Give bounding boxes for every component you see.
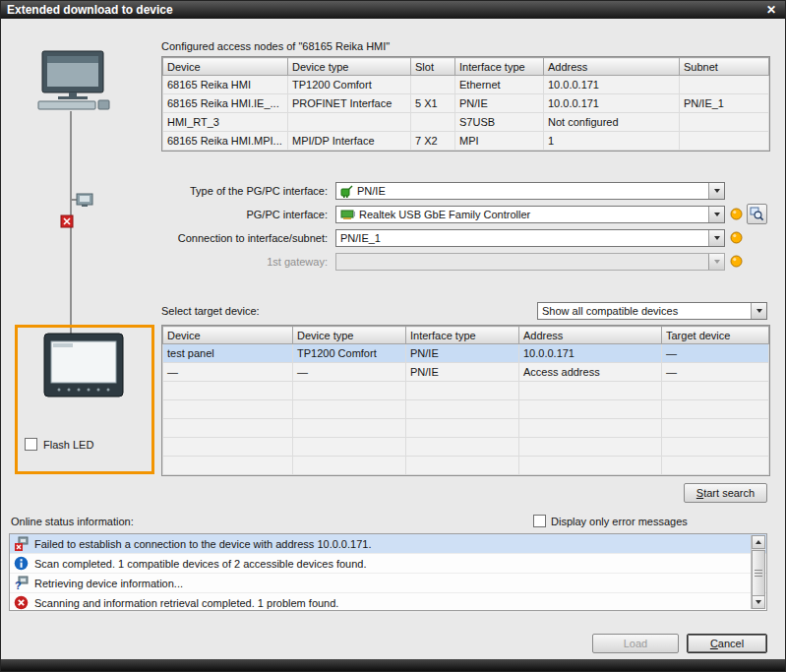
amber-flash-icon [730, 208, 743, 220]
col-header: Address [519, 327, 662, 344]
col-header: Subnet [680, 58, 769, 76]
col-header: Interface type [406, 327, 519, 344]
title-bar: Extended download to device ✕ [1, 1, 785, 19]
grid-cell: — [662, 363, 769, 382]
network-adapter-icon [340, 210, 355, 220]
table-row[interactable] [163, 457, 769, 475]
chevron-down-icon [708, 254, 724, 270]
start-search-button[interactable]: Start search [684, 483, 767, 503]
pgpc-interface-label: PG/PC interface: [246, 209, 328, 220]
type-interface-label: Type of the PG/PC interface: [190, 185, 328, 197]
chevron-down-icon[interactable] [708, 183, 724, 199]
hmi-device-icon [43, 333, 124, 401]
grid-cell: 68165 Reika HMI.IE_... [163, 94, 288, 113]
pn-ie-icon [340, 185, 353, 198]
grid-cell [411, 113, 455, 132]
highlight-interface-icon[interactable] [730, 208, 743, 220]
dialog-bottom-frame [1, 659, 785, 671]
table-row[interactable] [163, 382, 769, 400]
grid-cell: MPI/DP Interface [288, 132, 411, 151]
scrollbar-thumb[interactable] [752, 550, 765, 596]
highlight-gateway-icon[interactable] [730, 255, 743, 268]
status-message[interactable]: Scan completed. 1 compatible devices of … [10, 554, 766, 574]
status-message-list: Failed to establish a connection to the … [9, 533, 767, 611]
grid-cell [680, 132, 769, 151]
col-header: Device type [288, 58, 411, 76]
connection-subnet-dropdown[interactable]: PN/IE_1 [335, 229, 725, 247]
magnifier-icon [750, 207, 764, 221]
type-interface-value: PN/IE [357, 185, 386, 197]
status-message[interactable]: Scanning and information retrieval compl… [10, 593, 766, 613]
scroll-up-button[interactable] [752, 535, 765, 549]
grid-cell: test panel [163, 344, 293, 363]
grid-cell: 68165 Reika HMI [163, 76, 288, 94]
grid-cell: 1 [544, 132, 680, 151]
chevron-down-icon[interactable] [751, 303, 766, 319]
table-row-selected[interactable]: test panel TP1200 Comfort PN/IE 10.0.0.1… [163, 344, 769, 363]
close-icon[interactable]: ✕ [763, 3, 779, 17]
grid-cell: S7USB [455, 113, 544, 132]
highlight-subnet-icon[interactable] [730, 231, 743, 244]
grid-cell [680, 76, 769, 94]
grid-cell: TP1200 Comfort [293, 344, 406, 363]
info-icon [14, 556, 29, 571]
access-nodes-label: Configured access nodes of "68165 Reika … [161, 40, 390, 52]
load-button[interactable]: Load [592, 634, 679, 653]
grid-cell: 10.0.0.171 [544, 94, 680, 113]
status-text: Scan completed. 1 compatible devices of … [34, 558, 367, 570]
error-only-checkbox[interactable] [533, 515, 546, 527]
grid-cell: — [293, 363, 406, 382]
grid-cell: 10.0.0.171 [519, 344, 662, 363]
connection-subnet-value: PN/IE_1 [340, 232, 381, 244]
table-row[interactable]: — — PN/IE Access address — [163, 363, 769, 382]
col-header: Device [163, 327, 293, 344]
table-row[interactable] [163, 400, 769, 419]
grid-cell: 68165 Reika HMI.MPI... [163, 132, 288, 151]
grid-cell: PN/IE [406, 344, 519, 363]
gateway-dropdown [335, 253, 725, 271]
status-text: Retrieving device information... [34, 578, 183, 589]
table-header-row: Device Device type Interface type Addres… [163, 327, 769, 344]
flash-led-checkbox[interactable] [25, 438, 37, 451]
table-row[interactable]: 68165 Reika HMI.MPI... MPI/DP Interface … [163, 132, 769, 151]
table-row[interactable]: 68165 Reika HMI TP1200 Comfort Ethernet … [163, 76, 769, 94]
scroll-down-button[interactable] [752, 595, 765, 609]
grid-cell [680, 113, 769, 132]
col-header: Target device [662, 327, 769, 344]
table-row[interactable] [163, 419, 769, 438]
table-row[interactable] [163, 438, 769, 457]
grid-cell: — [163, 363, 293, 382]
online-status-label: Online status information: [11, 516, 134, 527]
target-devices-table: Device Device type Interface type Addres… [161, 325, 770, 476]
device-filter-dropdown[interactable]: Show all compatible devices [537, 302, 767, 320]
status-text: Failed to establish a connection to the … [34, 538, 371, 550]
amber-flash-icon [730, 255, 743, 268]
grid-cell: 5 X1 [411, 94, 455, 113]
cancel-button[interactable]: Cancel [687, 634, 767, 653]
grid-cell: PROFINET Interface [288, 94, 411, 113]
chevron-down-icon[interactable] [708, 207, 724, 222]
grid-cell: PN/IE [406, 363, 519, 382]
connection-subnet-label: Connection to interface/subnet: [178, 232, 328, 244]
select-target-label: Select target device: [161, 305, 260, 317]
status-scrollbar[interactable] [751, 535, 765, 609]
col-header: Device [163, 58, 288, 76]
grid-cell: TP1200 Comfort [288, 76, 411, 94]
pgpc-interface-dropdown[interactable]: Realtek USB GbE Family Controller [335, 206, 725, 223]
flash-led-label: Flash LED [43, 439, 93, 451]
table-row[interactable]: 68165 Reika HMI.IE_... PROFINET Interfac… [163, 94, 769, 113]
grid-cell: Not configured [544, 113, 680, 132]
table-row[interactable]: HMI_RT_3 S7USB Not configured [163, 113, 769, 132]
grid-cell [411, 76, 455, 94]
browse-interfaces-button[interactable] [747, 204, 767, 224]
extended-download-dialog: Extended download to device ✕ Configured… [0, 0, 786, 672]
status-text: Scanning and information retrieval compl… [34, 597, 338, 609]
status-message[interactable]: ? Retrieving device information... [10, 574, 766, 593]
grid-cell: 7 X2 [411, 132, 455, 151]
chevron-down-icon[interactable] [708, 230, 724, 246]
svg-text:?: ? [15, 580, 22, 590]
type-interface-dropdown[interactable]: PN/IE [335, 182, 725, 200]
amber-flash-icon [730, 231, 743, 244]
status-message[interactable]: Failed to establish a connection to the … [10, 534, 766, 554]
grid-cell: MPI [455, 132, 544, 151]
